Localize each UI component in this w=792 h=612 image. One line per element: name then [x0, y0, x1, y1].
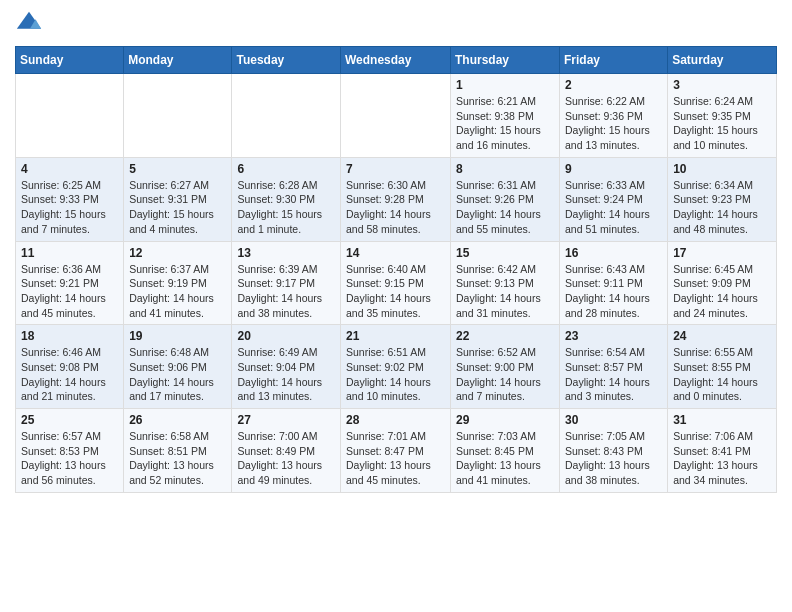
day-info: Sunrise: 6:27 AMSunset: 9:31 PMDaylight:… — [129, 178, 226, 237]
day-info: Sunrise: 6:31 AMSunset: 9:26 PMDaylight:… — [456, 178, 554, 237]
logo — [15, 10, 47, 38]
day-info: Sunrise: 6:45 AMSunset: 9:09 PMDaylight:… — [673, 262, 771, 321]
day-info: Sunrise: 7:06 AMSunset: 8:41 PMDaylight:… — [673, 429, 771, 488]
day-info: Sunrise: 6:49 AMSunset: 9:04 PMDaylight:… — [237, 345, 335, 404]
day-info: Sunrise: 7:00 AMSunset: 8:49 PMDaylight:… — [237, 429, 335, 488]
calendar-cell: 22Sunrise: 6:52 AMSunset: 9:00 PMDayligh… — [451, 325, 560, 409]
calendar-cell — [16, 74, 124, 158]
day-info: Sunrise: 6:43 AMSunset: 9:11 PMDaylight:… — [565, 262, 662, 321]
day-info: Sunrise: 6:54 AMSunset: 8:57 PMDaylight:… — [565, 345, 662, 404]
calendar-cell: 13Sunrise: 6:39 AMSunset: 9:17 PMDayligh… — [232, 241, 341, 325]
day-header-saturday: Saturday — [668, 47, 777, 74]
day-number: 12 — [129, 246, 226, 260]
day-number: 5 — [129, 162, 226, 176]
day-number: 22 — [456, 329, 554, 343]
day-info: Sunrise: 6:48 AMSunset: 9:06 PMDaylight:… — [129, 345, 226, 404]
day-info: Sunrise: 7:05 AMSunset: 8:43 PMDaylight:… — [565, 429, 662, 488]
calendar-cell: 24Sunrise: 6:55 AMSunset: 8:55 PMDayligh… — [668, 325, 777, 409]
day-number: 13 — [237, 246, 335, 260]
calendar-cell: 10Sunrise: 6:34 AMSunset: 9:23 PMDayligh… — [668, 157, 777, 241]
week-row-3: 11Sunrise: 6:36 AMSunset: 9:21 PMDayligh… — [16, 241, 777, 325]
calendar-cell: 25Sunrise: 6:57 AMSunset: 8:53 PMDayligh… — [16, 409, 124, 493]
day-info: Sunrise: 6:21 AMSunset: 9:38 PMDaylight:… — [456, 94, 554, 153]
calendar-cell: 11Sunrise: 6:36 AMSunset: 9:21 PMDayligh… — [16, 241, 124, 325]
page-header — [15, 10, 777, 38]
day-number: 7 — [346, 162, 445, 176]
calendar-cell: 12Sunrise: 6:37 AMSunset: 9:19 PMDayligh… — [124, 241, 232, 325]
calendar-cell: 19Sunrise: 6:48 AMSunset: 9:06 PMDayligh… — [124, 325, 232, 409]
day-number: 28 — [346, 413, 445, 427]
day-header-tuesday: Tuesday — [232, 47, 341, 74]
calendar-cell: 18Sunrise: 6:46 AMSunset: 9:08 PMDayligh… — [16, 325, 124, 409]
day-info: Sunrise: 6:58 AMSunset: 8:51 PMDaylight:… — [129, 429, 226, 488]
calendar-cell: 2Sunrise: 6:22 AMSunset: 9:36 PMDaylight… — [560, 74, 668, 158]
calendar-cell: 20Sunrise: 6:49 AMSunset: 9:04 PMDayligh… — [232, 325, 341, 409]
day-info: Sunrise: 6:22 AMSunset: 9:36 PMDaylight:… — [565, 94, 662, 153]
day-header-thursday: Thursday — [451, 47, 560, 74]
week-row-2: 4Sunrise: 6:25 AMSunset: 9:33 PMDaylight… — [16, 157, 777, 241]
calendar-cell: 15Sunrise: 6:42 AMSunset: 9:13 PMDayligh… — [451, 241, 560, 325]
calendar-cell: 6Sunrise: 6:28 AMSunset: 9:30 PMDaylight… — [232, 157, 341, 241]
day-info: Sunrise: 6:55 AMSunset: 8:55 PMDaylight:… — [673, 345, 771, 404]
week-row-5: 25Sunrise: 6:57 AMSunset: 8:53 PMDayligh… — [16, 409, 777, 493]
day-info: Sunrise: 6:30 AMSunset: 9:28 PMDaylight:… — [346, 178, 445, 237]
calendar-cell: 4Sunrise: 6:25 AMSunset: 9:33 PMDaylight… — [16, 157, 124, 241]
day-info: Sunrise: 6:40 AMSunset: 9:15 PMDaylight:… — [346, 262, 445, 321]
calendar-cell: 8Sunrise: 6:31 AMSunset: 9:26 PMDaylight… — [451, 157, 560, 241]
logo-icon — [15, 10, 43, 38]
calendar-cell — [232, 74, 341, 158]
day-number: 2 — [565, 78, 662, 92]
day-info: Sunrise: 6:51 AMSunset: 9:02 PMDaylight:… — [346, 345, 445, 404]
day-number: 30 — [565, 413, 662, 427]
day-header-sunday: Sunday — [16, 47, 124, 74]
calendar-cell: 7Sunrise: 6:30 AMSunset: 9:28 PMDaylight… — [341, 157, 451, 241]
calendar-cell: 30Sunrise: 7:05 AMSunset: 8:43 PMDayligh… — [560, 409, 668, 493]
calendar-cell: 3Sunrise: 6:24 AMSunset: 9:35 PMDaylight… — [668, 74, 777, 158]
calendar-cell: 5Sunrise: 6:27 AMSunset: 9:31 PMDaylight… — [124, 157, 232, 241]
calendar-cell: 17Sunrise: 6:45 AMSunset: 9:09 PMDayligh… — [668, 241, 777, 325]
day-number: 10 — [673, 162, 771, 176]
week-row-1: 1Sunrise: 6:21 AMSunset: 9:38 PMDaylight… — [16, 74, 777, 158]
day-number: 29 — [456, 413, 554, 427]
day-info: Sunrise: 6:24 AMSunset: 9:35 PMDaylight:… — [673, 94, 771, 153]
day-number: 26 — [129, 413, 226, 427]
day-number: 3 — [673, 78, 771, 92]
calendar-cell: 9Sunrise: 6:33 AMSunset: 9:24 PMDaylight… — [560, 157, 668, 241]
day-number: 20 — [237, 329, 335, 343]
day-number: 4 — [21, 162, 118, 176]
day-info: Sunrise: 6:28 AMSunset: 9:30 PMDaylight:… — [237, 178, 335, 237]
day-number: 15 — [456, 246, 554, 260]
day-number: 27 — [237, 413, 335, 427]
calendar-cell: 27Sunrise: 7:00 AMSunset: 8:49 PMDayligh… — [232, 409, 341, 493]
calendar-cell: 21Sunrise: 6:51 AMSunset: 9:02 PMDayligh… — [341, 325, 451, 409]
day-number: 8 — [456, 162, 554, 176]
calendar-cell — [341, 74, 451, 158]
day-info: Sunrise: 6:52 AMSunset: 9:00 PMDaylight:… — [456, 345, 554, 404]
day-header-monday: Monday — [124, 47, 232, 74]
calendar-cell: 31Sunrise: 7:06 AMSunset: 8:41 PMDayligh… — [668, 409, 777, 493]
day-number: 31 — [673, 413, 771, 427]
day-number: 6 — [237, 162, 335, 176]
day-info: Sunrise: 7:03 AMSunset: 8:45 PMDaylight:… — [456, 429, 554, 488]
calendar-body: 1Sunrise: 6:21 AMSunset: 9:38 PMDaylight… — [16, 74, 777, 493]
calendar-table: SundayMondayTuesdayWednesdayThursdayFrid… — [15, 46, 777, 493]
day-number: 14 — [346, 246, 445, 260]
day-number: 1 — [456, 78, 554, 92]
day-info: Sunrise: 6:39 AMSunset: 9:17 PMDaylight:… — [237, 262, 335, 321]
week-row-4: 18Sunrise: 6:46 AMSunset: 9:08 PMDayligh… — [16, 325, 777, 409]
day-info: Sunrise: 6:25 AMSunset: 9:33 PMDaylight:… — [21, 178, 118, 237]
day-info: Sunrise: 6:34 AMSunset: 9:23 PMDaylight:… — [673, 178, 771, 237]
day-header-row: SundayMondayTuesdayWednesdayThursdayFrid… — [16, 47, 777, 74]
calendar-cell: 1Sunrise: 6:21 AMSunset: 9:38 PMDaylight… — [451, 74, 560, 158]
calendar-cell: 16Sunrise: 6:43 AMSunset: 9:11 PMDayligh… — [560, 241, 668, 325]
day-number: 19 — [129, 329, 226, 343]
calendar-cell: 14Sunrise: 6:40 AMSunset: 9:15 PMDayligh… — [341, 241, 451, 325]
day-number: 17 — [673, 246, 771, 260]
calendar-cell: 26Sunrise: 6:58 AMSunset: 8:51 PMDayligh… — [124, 409, 232, 493]
day-info: Sunrise: 7:01 AMSunset: 8:47 PMDaylight:… — [346, 429, 445, 488]
day-number: 11 — [21, 246, 118, 260]
day-number: 18 — [21, 329, 118, 343]
calendar-cell: 28Sunrise: 7:01 AMSunset: 8:47 PMDayligh… — [341, 409, 451, 493]
day-number: 23 — [565, 329, 662, 343]
day-number: 16 — [565, 246, 662, 260]
